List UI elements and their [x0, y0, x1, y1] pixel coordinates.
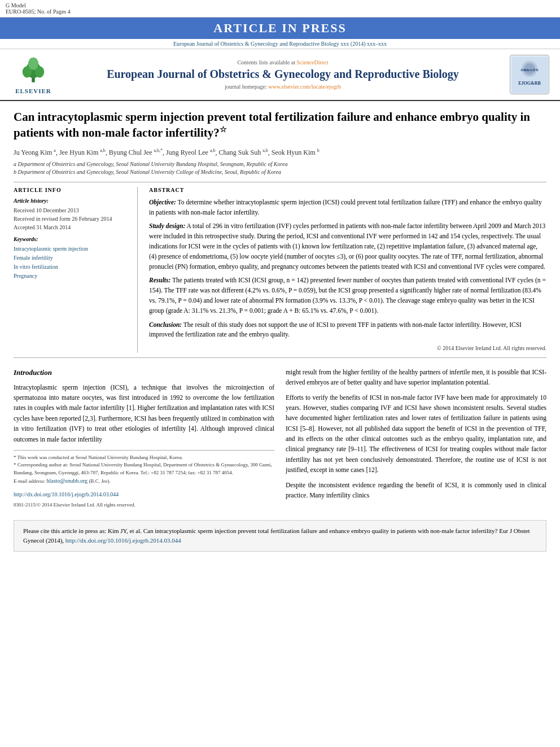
right-intro-para2: Efforts to verify the benefits of ICSI i… — [286, 392, 546, 475]
study-label: Study design: — [149, 222, 185, 229]
abstract-objective: Objective: To determine whether intracyt… — [149, 198, 546, 218]
svg-point-4 — [28, 57, 38, 69]
article-body: Can intracytoplasmic sperm injection pre… — [0, 101, 560, 557]
abstract-heading: ABSTRACT — [149, 187, 546, 193]
article-info-heading: ARTICLE INFO — [14, 187, 129, 193]
conclusion-label: Conclusion: — [149, 321, 182, 328]
article-info-col: ARTICLE INFO Article history: Received 1… — [14, 187, 138, 353]
citation-box: Please cite this article in press as: Ki… — [14, 520, 546, 552]
keyword-4: Pregnancy — [14, 272, 129, 281]
intro-para-1: Intracytoplasmic sperm injection (ICSI),… — [14, 382, 274, 444]
keyword-3: In vitro fertilization — [14, 263, 129, 272]
keyword-2: Female infertility — [14, 254, 129, 263]
accepted: Accepted 31 March 2014 — [14, 223, 129, 231]
ejog-logo-icon: EJOG&RB OB&GYN — [511, 56, 548, 93]
divider-1 — [14, 182, 546, 182]
abstract-conclusion: Conclusion: The result of this study doe… — [149, 320, 546, 340]
journal-header-center: Contents lists available at ScienceDirec… — [64, 59, 501, 90]
article-in-press-banner: ARTICLE IN PRESS — [0, 18, 560, 39]
euro-text: EURO-8505; No. of Pages 4 — [6, 8, 71, 15]
results-label: Results: — [149, 277, 170, 283]
journal-header-left: ELSEVIER — [8, 55, 59, 94]
citation-doi-link[interactable]: http://dx.doi.org/10.1016/j.ejogrb.2014.… — [65, 537, 181, 544]
journal-header: ELSEVIER Contents lists available at Sci… — [0, 49, 560, 101]
elsevier-logo: ELSEVIER — [8, 55, 59, 94]
article-history-label: Article history: — [14, 198, 129, 204]
authors-text: Ju Yeong Kim a, Jee Hyun Kim a,b, Byung … — [14, 148, 320, 156]
body-col-left: Introduction Intracytoplasmic sperm inje… — [14, 367, 274, 510]
journal-header-right: EJOG&RB OB&GYN — [507, 55, 552, 94]
sciencedirect-text: Contents lists available at ScienceDirec… — [64, 59, 501, 65]
top-banner: G Model EURO-8505; No. of Pages 4 — [0, 0, 560, 18]
email-label: E-mail address: — [14, 478, 45, 484]
doi-link[interactable]: http://dx.doi.org/10.1016/j.ejogrb.2014.… — [14, 491, 119, 497]
copyright-text: © 2014 Elsevier Ireland Ltd. All rights … — [149, 344, 546, 353]
divider-2 — [14, 357, 546, 358]
conclusion-text: The result of this study does not suppor… — [149, 321, 522, 338]
svg-text:OB&GYN: OB&GYN — [520, 68, 539, 72]
affiliations: a Department of Obstetrics and Gynecolog… — [14, 160, 546, 176]
footnote-email: E-mail address: hlasto@snubh.org (B.C. J… — [14, 477, 274, 486]
body-col-right: might result from the higher fertility o… — [286, 367, 546, 510]
body-two-col: Introduction Intracytoplasmic sperm inje… — [14, 367, 546, 510]
citation-label: Please cite this article in press as: — [23, 527, 106, 534]
article-title-text: Can intracytoplasmic sperm injection pre… — [14, 110, 530, 139]
homepage-label: journal homepage: — [225, 84, 267, 90]
elsevier-tree-icon — [16, 55, 50, 86]
journal-ref-text: European Journal of Obstetrics & Gynecol… — [173, 41, 387, 47]
intro-para-1-text: Intracytoplasmic sperm injection (ICSI),… — [14, 384, 274, 443]
affiliation-a: a Department of Obstetrics and Gynecolog… — [14, 160, 546, 168]
keywords-label: Keywords: — [14, 236, 129, 242]
g-model-text: G Model — [6, 2, 26, 8]
svg-text:EJOG&RB: EJOG&RB — [518, 81, 541, 86]
footnote-corresponding: * Corresponding author at: Seoul Nationa… — [14, 461, 274, 477]
sciencedirect-link[interactable]: ScienceDirect — [296, 59, 328, 65]
article-info-abstract-section: ARTICLE INFO Article history: Received 1… — [14, 187, 546, 353]
affiliation-b: b Department of Obstetrics and Gynecolog… — [14, 168, 546, 176]
received-revised: Received in revised form 26 February 201… — [14, 215, 129, 223]
authors-line: Ju Yeong Kim a, Jee Hyun Kim a,b, Byung … — [14, 148, 546, 157]
intro-heading: Introduction — [14, 367, 274, 379]
body-section: Introduction Intracytoplasmic sperm inje… — [14, 367, 546, 510]
title-star: ☆ — [220, 125, 227, 134]
email-address[interactable]: hlasto@snubh.org — [46, 478, 88, 484]
doi-issn-block: http://dx.doi.org/10.1016/j.ejogrb.2014.… — [14, 489, 274, 510]
abstract-results: Results: The patients treated with ICSI … — [149, 276, 546, 316]
keyword-1: Intracytoplasmic sperm injection — [14, 244, 129, 254]
elsevier-text: ELSEVIER — [15, 88, 51, 94]
results-text: The patients treated with ICSI (ICSI gro… — [149, 277, 546, 313]
ejog-logo-image: EJOG&RB OB&GYN — [510, 55, 549, 94]
journal-homepage: journal homepage: www.elsevier.com/locat… — [64, 84, 501, 90]
footnotes: * This work was conducted at Seoul Natio… — [14, 450, 274, 486]
contents-label: Contents lists available at — [237, 59, 295, 65]
right-intro-para3: Despite the inconsistent evidence regard… — [286, 480, 546, 501]
abstract-col: ABSTRACT Objective: To determine whether… — [149, 187, 546, 353]
keywords-list: Intracytoplasmic sperm injection Female … — [14, 244, 129, 281]
journal-title: European Journal of Obstetrics & Gynecol… — [64, 67, 501, 81]
study-text: A total of 296 in vitro fertilization (I… — [149, 222, 545, 269]
footnote-star: * This work was conducted at Seoul Natio… — [14, 454, 274, 462]
abstract-study: Study design: A total of 296 in vitro fe… — [149, 221, 546, 272]
objective-label: Objective: — [149, 199, 176, 206]
abstract-section: Objective: To determine whether intracyt… — [149, 198, 546, 353]
objective-text: To determine whether intracytoplasmic sp… — [149, 199, 542, 216]
email-name: (B.C. Jee). — [89, 478, 111, 484]
article-title: Can intracytoplasmic sperm injection pre… — [14, 109, 546, 141]
article-in-press-label: ARTICLE IN PRESS — [213, 21, 346, 35]
journal-link-bar: European Journal of Obstetrics & Gynecol… — [0, 39, 560, 49]
received-1: Received 10 December 2013 — [14, 206, 129, 215]
homepage-link[interactable]: www.elsevier.com/locate/ejogrb — [268, 84, 341, 90]
article-history-dates: Received 10 December 2013 Received in re… — [14, 206, 129, 231]
right-intro-para1: might result from the higher fertility o… — [286, 367, 546, 388]
issn-text: 0301-2115/© 2014 Elsevier Ireland Ltd. A… — [14, 502, 135, 508]
